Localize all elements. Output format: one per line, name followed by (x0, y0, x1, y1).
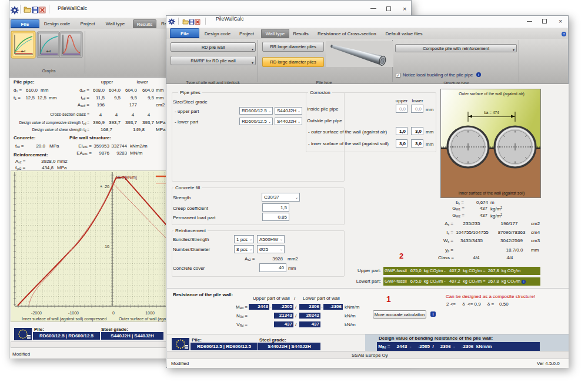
svg-text:NEd [kN/m]: NEd [kN/m] (116, 175, 137, 180)
svg-text:-1000: -1000 (68, 311, 79, 315)
svg-text:0: 0 (112, 311, 115, 315)
svg-text:+: + (100, 185, 102, 189)
svg-text:-2000: -2000 (31, 311, 42, 315)
svg-text:Inner surface of wall (against: Inner surface of wall (against soil) com… (22, 317, 106, 321)
svg-text:e-t: e-t (21, 49, 25, 53)
svg-text:1000: 1000 (145, 311, 155, 315)
svg-text:10: 10 (105, 244, 109, 249)
svg-text:20: 20 (105, 185, 109, 189)
svg-text:Outer surface of wall (again: Outer surface of wall (again (119, 317, 169, 321)
svg-text:e-t: e-t (46, 49, 51, 53)
svg-text:ba = 474: ba = 474 (484, 110, 499, 115)
svg-text:Inner surface of the wall (aga: Inner surface of the wall (against soil) (459, 191, 525, 196)
svg-text:Outer surface of the wall (aga: Outer surface of the wall (against air) (459, 92, 524, 96)
